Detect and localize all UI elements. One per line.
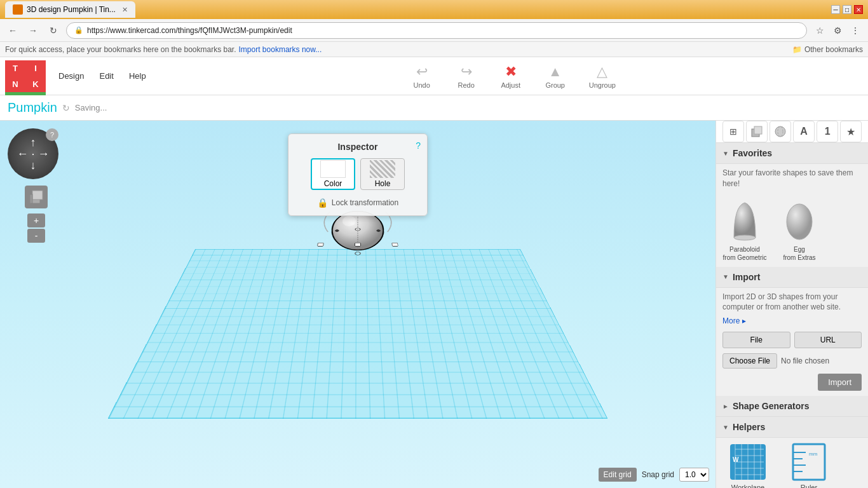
window-controls: ─ □ ✕ xyxy=(831,5,863,14)
import-section-header[interactable]: ▼ Import xyxy=(716,267,868,288)
project-bar: Pumpkin ↻ Saving... xyxy=(0,95,868,121)
sphere-icon[interactable] xyxy=(770,121,791,142)
grid-controls: Edit grid Snap grid 1.0 xyxy=(599,468,709,482)
extensions-button[interactable]: ⚙ xyxy=(830,23,845,38)
forward-button[interactable]: → xyxy=(25,23,41,38)
svg-point-17 xyxy=(787,204,812,240)
lock-label: Lock transformation xyxy=(332,198,398,207)
menu-help[interactable]: Help xyxy=(121,69,154,83)
svg-rect-11 xyxy=(30,194,32,203)
shapes-grid: Paraboloidfrom Geometric xyxy=(716,193,868,267)
logo-N: N xyxy=(5,76,25,92)
browser-titlebar: 3D design Pumpkin | Tin... ✕ ─ □ ✕ xyxy=(0,0,868,19)
egg-name: Eggfrom Extras xyxy=(783,245,815,262)
paraboloid-shape[interactable]: Paraboloidfrom Geometric xyxy=(722,198,767,262)
edit-grid-button[interactable]: Edit grid xyxy=(599,468,637,482)
close-button[interactable]: ✕ xyxy=(854,5,863,14)
undo-button[interactable]: ↩ Undo xyxy=(406,61,438,92)
view-cube-svg xyxy=(27,188,45,206)
import-more-link[interactable]: More ▸ xyxy=(716,316,868,329)
helpers-section-header[interactable]: ▼ Helpers xyxy=(716,417,868,438)
project-name[interactable]: Pumpkin xyxy=(8,100,57,115)
grid-view-icon[interactable]: ⊞ xyxy=(722,121,744,142)
project-refresh-icon[interactable]: ↻ xyxy=(62,103,70,113)
view-cube[interactable] xyxy=(25,186,48,208)
saving-status: Saving... xyxy=(75,103,107,112)
adjust-icon: ✖ xyxy=(505,64,517,80)
cube-icon[interactable] xyxy=(746,121,768,142)
tinkercad-logo[interactable]: T I N K E R C A xyxy=(5,60,46,92)
tab-close-button[interactable]: ✕ xyxy=(122,6,128,14)
handle-bl xyxy=(317,243,323,247)
menu-items: Design Edit Help xyxy=(51,69,154,83)
canvas-3d xyxy=(161,201,555,430)
sidebar-icon-row: ⊞ A 1 ★ xyxy=(716,121,868,143)
menu-design[interactable]: Design xyxy=(51,69,92,83)
toolbar-center: ↩ Undo ↪ Redo ✖ Adjust ▲ Group △ Ungroup xyxy=(164,61,863,92)
sphere-svg xyxy=(774,125,787,138)
reload-button[interactable]: ↻ xyxy=(46,23,61,38)
bookmark-button[interactable]: ☆ xyxy=(812,23,827,38)
url-text: https://www.tinkercad.com/things/fQfIMJW… xyxy=(87,26,292,35)
url-type-button[interactable]: URL xyxy=(794,332,862,348)
hole-label: Hole xyxy=(375,179,391,188)
redo-button[interactable]: ↪ Redo xyxy=(451,61,482,92)
snap-grid-select[interactable]: 1.0 xyxy=(679,468,709,482)
number-icon[interactable]: 1 xyxy=(817,121,838,142)
import-btn-row: Import xyxy=(716,371,868,396)
workolane-name: Workolane xyxy=(731,484,764,488)
color-label: Color xyxy=(324,179,342,188)
right-sidebar: ⊞ A 1 ★ ▼ xyxy=(715,121,868,488)
paraboloid-name: Paraboloidfrom Geometric xyxy=(723,245,767,262)
choose-file-button[interactable]: Choose File xyxy=(722,353,777,369)
color-swatch xyxy=(320,160,346,178)
no-file-text: No file chosen xyxy=(781,356,829,365)
import-button[interactable]: Import xyxy=(818,374,862,391)
svg-point-16 xyxy=(734,235,756,240)
zoom-in-button[interactable]: + xyxy=(27,214,45,227)
main-content: ↑← · →↓ ? + - xyxy=(0,121,868,488)
hole-button[interactable]: Hole xyxy=(360,158,405,190)
help-button[interactable]: ? xyxy=(46,128,58,141)
lock-row: 🔒 Lock transformation xyxy=(299,198,417,208)
app-container: T I N K E R C A Design Edit Help ↩ Undo … xyxy=(0,57,868,488)
back-button[interactable]: ← xyxy=(5,23,20,38)
favorites-section-header[interactable]: ▼ Favorites xyxy=(716,143,868,164)
color-button[interactable]: Color xyxy=(311,158,355,190)
viewport[interactable]: ↑← · →↓ ? + - xyxy=(0,121,715,488)
zoom-controls: + - xyxy=(27,214,45,243)
svg-point-14 xyxy=(775,126,785,137)
cube-svg xyxy=(750,125,763,138)
menu-button[interactable]: ⋮ xyxy=(848,23,863,38)
group-button[interactable]: ▲ Group xyxy=(539,61,571,92)
ruler-name: Ruler xyxy=(801,484,817,488)
nav-right: ☆ ⚙ ⋮ xyxy=(812,23,863,38)
maximize-button[interactable]: □ xyxy=(843,5,851,14)
file-type-button[interactable]: File xyxy=(722,332,790,348)
ungroup-label: Ungroup xyxy=(589,81,616,89)
egg-shape-item[interactable]: Eggfrom Extras xyxy=(777,198,822,262)
menu-edit[interactable]: Edit xyxy=(92,69,121,83)
letter-icon[interactable]: A xyxy=(793,121,815,142)
ungroup-button[interactable]: △ Ungroup xyxy=(584,61,621,92)
address-bar[interactable]: 🔒 https://www.tinkercad.com/things/fQfIM… xyxy=(66,22,807,39)
inspector-panel: Inspector ? Color Hole 🔒 Lock transforma… xyxy=(288,133,428,216)
zoom-out-button[interactable]: - xyxy=(27,229,45,243)
helpers-arrow: ▼ xyxy=(722,424,729,431)
adjust-button[interactable]: ✖ Adjust xyxy=(495,61,527,92)
shape-generators-title: Shape Generators xyxy=(733,401,810,411)
snap-grid-label: Snap grid xyxy=(642,470,674,479)
group-icon: ▲ xyxy=(548,64,562,80)
ruler-helper[interactable]: mm Ruler xyxy=(783,443,834,488)
import-description: Import 2D or 3D shapes from your compute… xyxy=(716,288,868,317)
shape-generators-section-header[interactable]: ► Shape Generators xyxy=(716,396,868,417)
import-bookmarks-link[interactable]: Import bookmarks now... xyxy=(239,45,322,54)
inspector-help-icon[interactable]: ? xyxy=(416,140,421,151)
browser-tab[interactable]: 3D design Pumpkin | Tin... ✕ xyxy=(5,1,135,18)
minimize-button[interactable]: ─ xyxy=(831,5,840,14)
workolane-helper[interactable]: W Workolane xyxy=(722,443,773,488)
star-icon[interactable]: ★ xyxy=(840,121,862,142)
lock-icon: 🔒 xyxy=(317,198,328,208)
paraboloid-thumb xyxy=(726,198,764,243)
import-type-buttons: File URL xyxy=(716,329,868,351)
